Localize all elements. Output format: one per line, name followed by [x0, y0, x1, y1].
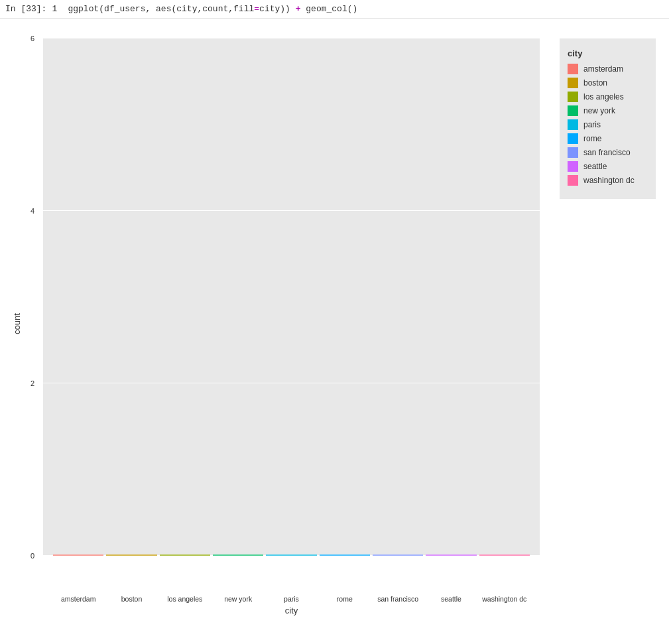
x-tick-rome: rome — [320, 592, 370, 603]
legend-swatch — [568, 133, 578, 144]
legend-label: boston — [583, 78, 607, 88]
legend-label: washington dc — [583, 176, 635, 185]
bar-amsterdam — [53, 554, 103, 556]
bar-group-los_angeles — [160, 554, 210, 556]
bar-san_francisco — [373, 554, 423, 556]
legend-swatch — [568, 119, 578, 130]
legend: city amsterdam boston los angeles new yo… — [546, 32, 662, 615]
bar-group-washington_dc — [479, 554, 530, 556]
x-tick-seattle: seattle — [426, 592, 476, 603]
bar-washington_dc — [479, 554, 530, 556]
legend-item-new-york: new york — [568, 105, 648, 116]
y-tick-labels: 6420 — [7, 38, 40, 556]
chart-area: count 6420 amsterdambostonlos a — [7, 32, 546, 615]
bar-los_angeles — [160, 554, 210, 556]
legend-swatch — [568, 161, 578, 172]
chart-background — [43, 38, 540, 556]
legend-item-amsterdam: amsterdam — [568, 64, 648, 74]
legend-item-seattle: seattle — [568, 161, 648, 172]
y-tick-4: 4 — [30, 207, 34, 215]
x-tick-washington_dc: washington dc — [479, 592, 530, 603]
legend-swatch — [568, 147, 578, 158]
x-tick-paris: paris — [266, 592, 316, 603]
legend-item-los-angeles: los angeles — [568, 92, 648, 102]
code-text: ggplot(df_users, aes(city,count,fill=cit… — [68, 4, 357, 14]
bar-group-paris — [266, 554, 316, 556]
cell-code: ggplot(df_users, aes(city,count,fill=cit… — [68, 4, 357, 14]
bar-rome — [320, 554, 370, 556]
legend-label: seattle — [583, 162, 607, 171]
bar-group-new_york — [213, 554, 263, 556]
legend-item-rome: rome — [568, 133, 648, 144]
legend-swatch — [568, 64, 578, 74]
legend-label: amsterdam — [583, 64, 623, 74]
cell-label: In [33]: — [5, 4, 52, 14]
bar-group-san_francisco — [373, 554, 423, 556]
cell-line-number: 1 — [52, 4, 68, 14]
y-tick-6: 6 — [30, 34, 34, 42]
x-tick-amsterdam: amsterdam — [53, 592, 103, 603]
legend-item-washington-dc: washington dc — [568, 175, 648, 186]
legend-label: rome — [583, 134, 601, 143]
legend-label: paris — [583, 120, 601, 129]
legend-label: new york — [583, 106, 615, 115]
legend-label: los angeles — [583, 92, 624, 101]
bar-group-rome — [320, 554, 370, 556]
bar-group-seattle — [426, 554, 476, 556]
bar-boston — [106, 554, 156, 556]
x-axis-label: city — [43, 606, 540, 615]
legend-swatch — [568, 175, 578, 186]
legend-swatch — [568, 92, 578, 102]
x-tick-labels: amsterdambostonlos angelesnew yorkparisr… — [43, 592, 540, 603]
x-tick-san_francisco: san francisco — [373, 592, 423, 603]
x-tick-los_angeles: los angeles — [160, 592, 210, 603]
y-tick-0: 0 — [30, 552, 34, 560]
legend-item-san-francisco: san francisco — [568, 147, 648, 158]
y-tick-2: 2 — [30, 379, 34, 387]
bar-seattle — [426, 554, 476, 556]
chart-container: count 6420 amsterdambostonlos a — [0, 19, 669, 622]
bars-area — [43, 38, 540, 556]
x-tick-new_york: new york — [213, 592, 263, 603]
legend-swatch — [568, 78, 578, 88]
legend-label: san francisco — [583, 148, 631, 157]
bar-group-amsterdam — [53, 554, 103, 556]
bar-paris — [266, 554, 316, 556]
code-cell: In [33]: 1 ggplot(df_users, aes(city,cou… — [0, 0, 669, 19]
legend-title: city — [568, 48, 648, 58]
x-tick-boston: boston — [106, 592, 156, 603]
bar-group-boston — [106, 554, 156, 556]
legend-item-paris: paris — [568, 119, 648, 130]
legend-items: amsterdam boston los angeles new york pa… — [568, 64, 648, 186]
legend-swatch — [568, 105, 578, 116]
bar-new_york — [213, 554, 263, 556]
legend-item-boston: boston — [568, 78, 648, 88]
